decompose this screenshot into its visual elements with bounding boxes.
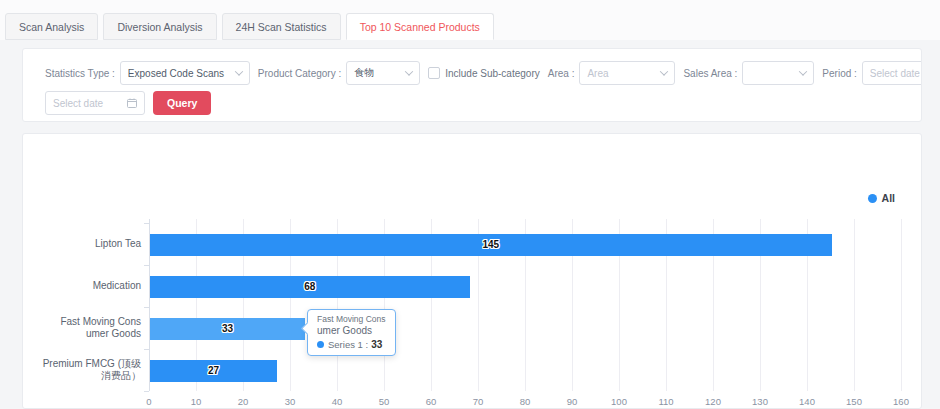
legend-item-all[interactable]: All	[868, 192, 895, 204]
tab-scan-analysis[interactable]: Scan Analysis	[5, 13, 98, 40]
tab-24h-scan-statistics[interactable]: 24H Scan Statistics	[222, 13, 341, 40]
y-axis-tick	[144, 391, 149, 392]
include-subcategory-label[interactable]: Include Sub-category	[445, 68, 540, 79]
x-axis-tick-label: 60	[414, 396, 448, 407]
x-axis-tick-label: 10	[179, 396, 213, 407]
x-axis-tick-label: 160	[884, 396, 918, 407]
bar-value-label: 33	[150, 323, 305, 334]
y-axis-tick	[144, 223, 149, 224]
x-axis-tick-label: 130	[743, 396, 777, 407]
x-axis-tick-label: 20	[226, 396, 260, 407]
tooltip-title-line2: umer Goods	[317, 325, 386, 337]
bar-value-label: 145	[150, 239, 832, 250]
x-axis-tick-label: 0	[132, 396, 166, 407]
chart-panel: All 010203040506070809010011012013014015…	[22, 133, 922, 409]
period-label: Period :	[822, 68, 856, 79]
period-start-date-field[interactable]	[870, 68, 922, 79]
gridline	[901, 219, 902, 391]
chevron-down-icon	[660, 67, 668, 75]
x-axis-tick-label: 120	[696, 396, 730, 407]
sales-area-select[interactable]	[742, 61, 814, 85]
tooltip-series-label: Series 1 :	[328, 339, 368, 350]
statistics-type-label: Statistics Type :	[45, 68, 115, 79]
include-subcategory-checkbox[interactable]	[428, 67, 440, 79]
bar-value-label: 27	[150, 365, 277, 376]
category-label: Medication	[29, 265, 141, 307]
x-axis-tick-label: 50	[367, 396, 401, 407]
tooltip-series-dot-icon	[317, 341, 324, 348]
x-axis-tick-label: 30	[273, 396, 307, 407]
product-category-label: Product Category :	[258, 68, 341, 79]
bar-value-label: 68	[150, 281, 470, 292]
sales-area-label: Sales Area :	[683, 68, 737, 79]
chevron-down-icon	[235, 67, 243, 75]
y-axis-tick	[144, 265, 149, 266]
area-select[interactable]: Area	[579, 61, 675, 85]
y-axis-tick	[144, 349, 149, 350]
filter-row-1: Statistics Type : Exposed Code Scans Pro…	[45, 61, 921, 85]
tab-top10-scanned-products[interactable]: Top 10 Scanned Products	[346, 13, 494, 40]
y-axis-tick	[144, 307, 149, 308]
period-end-date-field[interactable]	[53, 98, 122, 109]
tab-bar: Scan Analysis Diversion Analysis 24H Sca…	[0, 0, 940, 40]
gridline	[854, 219, 855, 391]
category-label: Lipton Tea	[29, 223, 141, 265]
filter-panel: Statistics Type : Exposed Code Scans Pro…	[22, 48, 922, 122]
tab-diversion-analysis[interactable]: Diversion Analysis	[103, 13, 216, 40]
x-axis-tick-label: 110	[649, 396, 683, 407]
x-axis-tick-label: 40	[320, 396, 354, 407]
page: Scan Analysis Diversion Analysis 24H Sca…	[0, 0, 940, 409]
x-axis-tick-label: 100	[602, 396, 636, 407]
chart-tooltip: Fast Moving Cons umer Goods Series 1 : 3…	[307, 309, 396, 356]
chevron-down-icon	[405, 67, 413, 75]
x-axis-tick-label: 140	[790, 396, 824, 407]
category-label: Fast Moving Consumer Goods	[29, 307, 141, 349]
x-axis-tick-label: 80	[508, 396, 542, 407]
calendar-icon	[127, 98, 137, 108]
period-end-date-input[interactable]	[45, 91, 145, 115]
query-button[interactable]: Query	[153, 91, 211, 115]
area-label: Area :	[548, 68, 575, 79]
x-axis-tick-label: 70	[461, 396, 495, 407]
x-axis-tick-label: 90	[555, 396, 589, 407]
product-category-select[interactable]: 食物	[346, 61, 420, 85]
legend-label: All	[882, 192, 895, 204]
chevron-down-icon	[799, 67, 807, 75]
statistics-type-select[interactable]: Exposed Code Scans	[120, 61, 250, 85]
x-axis-tick-label: 150	[837, 396, 871, 407]
category-label: Premium FMCG (顶级消费品）	[29, 349, 141, 391]
period-start-date-input[interactable]	[862, 61, 922, 85]
legend-dot-icon	[868, 194, 877, 203]
tooltip-series-value: 33	[371, 339, 382, 350]
filter-row-2: Query	[45, 91, 921, 115]
tooltip-title-line1: Fast Moving Cons	[317, 314, 386, 325]
